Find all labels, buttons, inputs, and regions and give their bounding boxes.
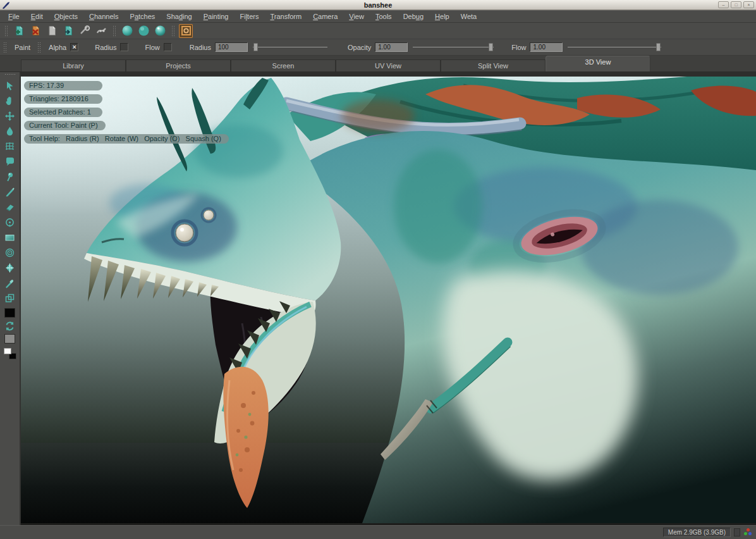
tab-library[interactable]: Library (21, 59, 126, 71)
toolbar-group-handle[interactable] (171, 25, 174, 37)
menu-weta[interactable]: Weta (455, 11, 482, 22)
pencil-icon[interactable] (2, 184, 18, 199)
maximize-button[interactable]: □ (731, 1, 741, 8)
menu-view[interactable]: View (343, 11, 370, 22)
foreground-color-swatch[interactable] (4, 308, 15, 318)
flow-input[interactable]: 1.00 (530, 42, 563, 52)
menu-camera[interactable]: Camera (307, 11, 343, 22)
menu-patches[interactable]: Patches (125, 11, 161, 22)
window-title: banshee (0, 1, 756, 9)
paintbar-handle[interactable] (37, 42, 40, 53)
shaded-sphere-icon[interactable] (120, 24, 134, 38)
move-arrows-icon[interactable] (2, 108, 18, 123)
cursor-icon[interactable] (2, 78, 18, 93)
textured-sphere-icon[interactable] (153, 24, 167, 38)
mesh-grid-icon[interactable] (2, 139, 18, 154)
hud-triangles: Triangles: 2180916 (24, 94, 102, 104)
hud-fps: FPS: 17.39 (24, 81, 102, 90)
menu-shading[interactable]: Shading (161, 11, 197, 22)
paintbar-handle[interactable] (3, 42, 6, 53)
rgb-channels-icon[interactable] (743, 528, 752, 537)
swap-colors-icon[interactable] (2, 320, 18, 331)
status-bar: Mem 2.9GB (3.9GB) (0, 525, 756, 539)
view-tab-bar: Library Projects Screen UV View Split Vi… (0, 56, 756, 72)
opacity-label: Opacity (348, 44, 371, 51)
menu-tools[interactable]: Tools (370, 11, 398, 22)
new-document-icon[interactable] (12, 24, 26, 38)
tab-split-view[interactable]: Split View (441, 59, 546, 71)
pin-icon[interactable] (2, 169, 18, 184)
default-colors-icon[interactable] (4, 348, 16, 359)
paint-options-bar: Paint Alpha × Radius Flow Radius 100 Opa… (0, 39, 756, 56)
main-toolbar (0, 23, 756, 39)
droplet-icon[interactable] (2, 123, 18, 139)
radius-toggle-label: Radius (95, 44, 116, 51)
hand-icon[interactable] (2, 93, 18, 108)
marquee-rect-icon[interactable] (2, 230, 18, 245)
gem-icon[interactable] (2, 260, 18, 275)
tab-projects[interactable]: Projects (126, 59, 231, 71)
eyedropper-icon[interactable] (2, 275, 18, 290)
menu-painting[interactable]: Painting (198, 11, 235, 22)
radius-toggle-checkbox[interactable] (120, 43, 128, 51)
copy-squares-icon[interactable] (2, 290, 18, 306)
radius-input[interactable]: 100 (215, 42, 248, 52)
flat-sphere-icon[interactable] (137, 24, 150, 38)
title-bar: banshee – □ × (0, 0, 756, 10)
opacity-slider[interactable] (413, 42, 494, 52)
eraser-icon[interactable] (2, 199, 18, 214)
target-circles-icon[interactable] (2, 245, 18, 260)
tab-3d-view[interactable]: 3D View (546, 56, 650, 71)
tool-palette (0, 72, 21, 525)
tab-screen[interactable]: Screen (231, 59, 336, 71)
menu-bar: File Edit Objects Channels Patches Shadi… (0, 10, 756, 23)
projection-box-icon[interactable] (179, 24, 193, 38)
close-document-icon[interactable] (28, 24, 42, 38)
viewport-3d[interactable]: FPS: 17.39 Triangles: 2180916 Selected P… (21, 72, 756, 525)
hud-tool-help: Tool Help: Radius (R) Rotate (W) Opacity… (24, 134, 229, 144)
radius-slider[interactable] (253, 42, 327, 52)
flow-slider-handle[interactable] (656, 43, 661, 51)
alpha-checkbox[interactable]: × (70, 43, 78, 51)
circle-dot-icon[interactable] (2, 214, 18, 230)
flow-slider[interactable] (568, 42, 661, 52)
close-button[interactable]: × (743, 1, 754, 8)
blob-brush-icon[interactable] (2, 154, 18, 169)
opacity-input[interactable]: 1.00 (375, 42, 408, 52)
menu-filters[interactable]: Filters (234, 11, 264, 22)
status-spacer-box (734, 528, 740, 536)
toolbar-group-handle[interactable] (4, 25, 8, 37)
palette-handle[interactable] (4, 73, 16, 76)
background-color-swatch[interactable] (4, 334, 15, 344)
current-tool-label: Paint (15, 44, 30, 51)
curve-path-icon[interactable] (94, 24, 108, 38)
menu-help[interactable]: Help (429, 11, 455, 22)
minimize-button[interactable]: – (718, 1, 729, 8)
blank-document-icon[interactable] (45, 24, 59, 38)
flow-toggle-label: Flow (145, 44, 159, 51)
hud-selected-patches: Selected Patches: 1 (24, 108, 102, 117)
tab-uv-view[interactable]: UV View (336, 59, 441, 71)
viewport-hud: FPS: 17.39 Triangles: 2180916 Selected P… (24, 81, 229, 147)
opacity-slider-handle[interactable] (489, 43, 493, 51)
toolbar-group-handle[interactable] (113, 25, 116, 37)
memory-usage: Mem 2.9GB (3.9GB) (663, 528, 731, 537)
pin-path-icon[interactable] (78, 24, 92, 38)
menu-file[interactable]: File (3, 11, 25, 22)
menu-edit[interactable]: Edit (25, 11, 49, 22)
menu-objects[interactable]: Objects (49, 11, 83, 22)
radius-label: Radius (190, 44, 211, 51)
alpha-label: Alpha (49, 44, 66, 51)
flow-label: Flow (511, 44, 526, 51)
menu-channels[interactable]: Channels (83, 11, 125, 22)
flow-toggle-checkbox[interactable] (164, 43, 172, 51)
menu-transform[interactable]: Transform (264, 11, 307, 22)
menu-debug[interactable]: Debug (398, 11, 429, 22)
radius-slider-handle[interactable] (253, 43, 258, 51)
hud-current-tool: Current Tool: Paint (P) (24, 121, 106, 130)
import-document-icon[interactable] (61, 24, 75, 38)
